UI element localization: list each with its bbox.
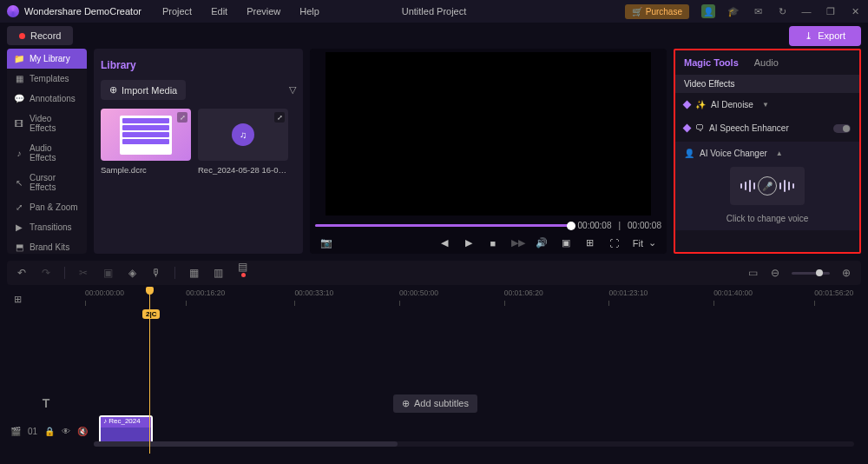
sidebar-item-video-effects[interactable]: 🎞Video Effects [7,109,87,138]
clip-label: ♪ Rec_2024 [101,417,151,428]
action-bar: Record ⤓Export [0,23,868,49]
crop-tool-icon[interactable]: ▣ [102,267,114,279]
microphone-icon: 🎤 [758,176,777,196]
record-dot-icon [19,33,25,39]
refresh-icon[interactable]: ↻ [776,5,788,17]
stop-icon[interactable]: ■ [487,238,499,249]
redo-icon[interactable]: ↷ [40,267,52,279]
ai-voice-changer-row[interactable]: 👤 AI Voice Changer ▲ [684,149,851,158]
record-button[interactable]: Record [7,26,73,45]
playhead-marker[interactable]: 2|C [142,309,160,319]
next-frame-icon[interactable]: ▶▶ [511,237,523,249]
zoom-icon: ⤢ [14,202,24,212]
voice-caption: Click to change voice [684,214,851,223]
diamond-icon [683,124,692,133]
import-media-button[interactable]: ⊕Import Media [101,80,186,100]
library-title: Library [101,56,296,80]
undo-icon[interactable]: ↶ [16,267,28,279]
maximize-icon[interactable]: ❐ [825,5,837,17]
filter-icon[interactable]: ▽ [289,84,296,96]
media-item-recording[interactable]: ♫⤢ Rec_2024-05-28 16-07-44.m4a [198,109,288,175]
timeline-scrollbar[interactable] [94,441,854,447]
menu-preview[interactable]: Preview [247,6,280,17]
app-name: Wondershare DemoCreator [24,6,141,17]
menu-project[interactable]: Project [162,6,192,17]
volume-icon[interactable]: 🔊 [536,237,548,249]
film-icon: 🎞 [14,119,24,129]
group-icon[interactable]: ▦ [187,267,200,279]
voice-changer-button[interactable]: 🎤 [730,167,805,205]
voiceover-icon[interactable]: 🎙 [150,267,162,279]
time-ruler[interactable]: 00:00:00:00 00:00:16:20 00:00:33:10 00:0… [85,288,861,309]
ai-speech-enhancer-row[interactable]: 🗨 AI Speech Enhancer [675,116,859,140]
text-track-icon[interactable]: T [7,396,85,410]
media-item-sample[interactable]: ⤢ Sample.dcrc [101,109,191,175]
title-bar: Wondershare DemoCreator Project Edit Pre… [0,0,868,23]
menu-edit[interactable]: Edit [211,6,227,17]
chevron-down-icon: ⌄ [648,237,656,249]
menu-help[interactable]: Help [299,6,319,17]
minimize-icon[interactable]: — [800,5,812,17]
ai-denoise-row[interactable]: ✨ AI Denoise ▼ [675,93,859,116]
export-button[interactable]: ⤓Export [789,26,861,46]
sidebar-item-templates[interactable]: ▦Templates [7,69,87,89]
add-track-button[interactable]: ⊞ [7,288,85,309]
video-canvas[interactable] [326,52,651,215]
video-track-icon[interactable]: 🎬 [10,427,21,436]
time-current: 00:00:08 [578,221,612,230]
scrub-bar[interactable] [315,224,571,227]
grid-icon: ▦ [14,74,24,83]
cap-icon[interactable]: 🎓 [727,5,740,17]
plus-icon: ⊕ [402,398,410,409]
frames-icon[interactable]: ▥ [212,267,224,279]
sidebar-item-annotations[interactable]: 💬Annotations [7,89,87,109]
section-video-effects: Video Effects [675,75,859,93]
expand-icon[interactable]: ⤢ [177,112,187,123]
layout-icon[interactable]: ▤ [236,261,248,285]
split-icon[interactable]: ✂ [77,267,89,279]
purchase-button[interactable]: 🛒Purchase [625,4,689,19]
grid-toggle-icon[interactable]: ⊞ [584,237,596,249]
close-icon[interactable]: ✕ [849,5,861,17]
chevron-up-icon: ▲ [776,149,783,157]
play-icon[interactable]: ▶ [463,237,475,249]
speech-enhancer-toggle[interactable] [833,124,851,133]
timeline-toolbar: ↶ ↷ ✂ ▣ ◈ 🎙 ▦ ▥ ▤ ▭ ⊖ ⊕ [7,261,861,285]
cart-icon: 🛒 [632,7,642,17]
wave-icon: ♪ [14,149,24,158]
brand-icon: ⬒ [14,242,24,252]
camera-icon[interactable]: 📷 [320,237,332,249]
speech-icon: 🗨 [695,123,704,133]
mail-icon[interactable]: ✉ [752,5,764,17]
add-subtitles-button[interactable]: ⊕Add subtitles [393,394,477,413]
mute-icon[interactable]: 🔇 [77,427,88,436]
speech-icon: 💬 [14,94,24,103]
thumbnail-size-icon[interactable]: ▭ [746,267,759,279]
project-title: Untitled Project [402,6,467,17]
sidebar-item-audio-effects[interactable]: ♪Audio Effects [7,138,87,168]
expand-icon[interactable]: ⤢ [274,112,285,123]
lock-icon[interactable]: 🔒 [44,427,55,436]
sidebar-item-transitions[interactable]: ▶Transitions [7,217,87,237]
sidebar-item-my-library[interactable]: 📁My Library [7,49,87,69]
tab-audio[interactable]: Audio [754,57,779,68]
fullscreen-icon[interactable]: ⛶ [608,238,621,249]
sparkle-icon: ✨ [695,100,706,109]
crop-icon[interactable]: ▣ [560,237,572,249]
zoom-in-icon[interactable]: ⊕ [840,267,852,279]
tab-magic-tools[interactable]: Magic Tools [684,57,739,68]
transition-icon: ▶ [14,222,24,232]
zoom-out-icon[interactable]: ⊖ [769,267,781,279]
person-icon: 👤 [684,149,694,158]
sidebar-item-pan-zoom[interactable]: ⤢Pan & Zoom [7,197,87,217]
fit-select[interactable]: Fit⌄ [633,237,656,249]
prev-frame-icon[interactable]: ◀ [438,237,450,249]
marker-icon[interactable]: ◈ [126,267,138,279]
sidebar-item-cursor-effects[interactable]: ↖Cursor Effects [7,168,87,197]
user-avatar[interactable]: 👤 [701,4,715,18]
eye-icon[interactable]: 👁 [62,427,70,436]
scrub-knob[interactable] [567,222,575,230]
zoom-slider[interactable] [792,272,830,275]
plus-circle-icon: ⊕ [109,84,117,96]
sidebar-item-brand-kits[interactable]: ⬒Brand Kits [7,237,87,254]
